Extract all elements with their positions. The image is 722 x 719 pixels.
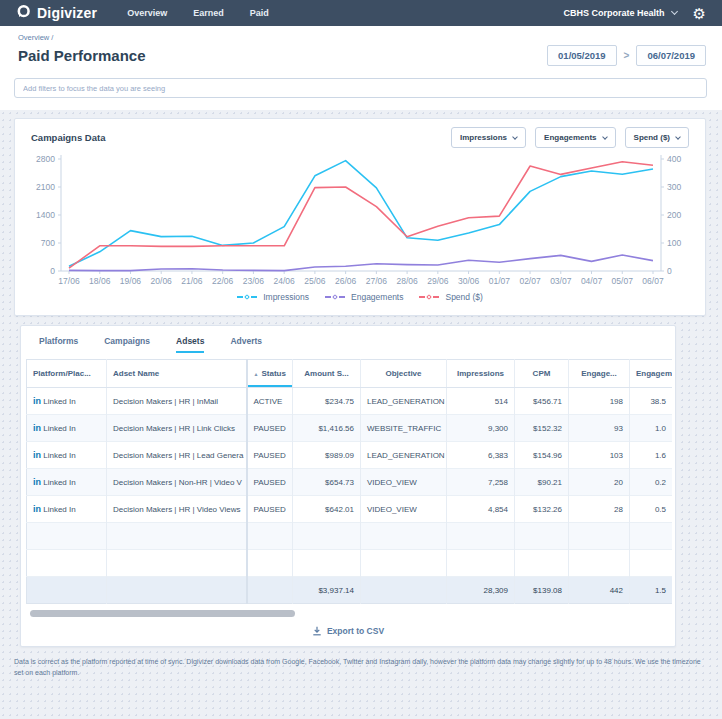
export-to-csv-button[interactable]: Export to CSV bbox=[21, 626, 675, 636]
column-header-status[interactable]: ▲Status bbox=[247, 360, 293, 388]
settings-gear-icon[interactable]: ⚙ bbox=[693, 6, 706, 21]
column-label: Impressions bbox=[457, 369, 504, 378]
legend-label: Spend ($) bbox=[445, 292, 482, 302]
total-amount: $3,937.14 bbox=[293, 577, 361, 604]
navbar-right: CBHS Corporate Health ⚙ bbox=[564, 6, 706, 21]
nav-link-paid[interactable]: Paid bbox=[250, 8, 269, 18]
svg-text:28/06: 28/06 bbox=[396, 276, 418, 286]
table-tabs: PlatformsCampaignsAdsetsAdverts bbox=[21, 326, 675, 353]
linkedin-icon: in bbox=[33, 423, 41, 433]
legend-item-engagements[interactable]: Engagements bbox=[325, 292, 403, 302]
empty-cell bbox=[569, 523, 630, 550]
platform-name: Linked In bbox=[41, 451, 76, 460]
svg-text:700: 700 bbox=[41, 238, 55, 248]
column-header-adset[interactable]: Adset Name bbox=[107, 360, 247, 388]
totals-row: $3,937.1428,309$139.084421.5 bbox=[27, 577, 673, 604]
horizontal-scrollbar-thumb[interactable] bbox=[30, 610, 295, 617]
breadcrumb[interactable]: Overview / bbox=[18, 33, 53, 42]
legend-line bbox=[251, 296, 257, 298]
column-header-impressions[interactable]: Impressions bbox=[447, 360, 515, 388]
svg-text:26/06: 26/06 bbox=[335, 276, 357, 286]
cell-amount: $1,416.56 bbox=[293, 415, 361, 442]
table-row: in Linked InDecision Makers | HR | Link … bbox=[27, 415, 673, 442]
empty-cell bbox=[107, 523, 247, 550]
empty-row bbox=[27, 550, 673, 577]
legend-label: Engagements bbox=[351, 292, 403, 302]
column-header-amount[interactable]: Amount S... bbox=[293, 360, 361, 388]
column-header-engage[interactable]: Engage... bbox=[569, 360, 630, 388]
svg-text:0: 0 bbox=[667, 266, 672, 276]
date-to-input[interactable]: 06/07/2019 bbox=[636, 45, 706, 66]
export-label: Export to CSV bbox=[327, 626, 384, 636]
svg-text:06/07: 06/07 bbox=[642, 276, 664, 286]
cell-impressions: 7,258 bbox=[447, 469, 515, 496]
linkedin-icon: in bbox=[33, 477, 41, 487]
page-title: Paid Performance bbox=[18, 47, 146, 64]
cell-impressions: 514 bbox=[447, 388, 515, 415]
svg-text:0: 0 bbox=[50, 266, 55, 276]
nav-link-earned[interactable]: Earned bbox=[193, 8, 224, 18]
account-menu[interactable]: CBHS Corporate Health bbox=[564, 8, 677, 18]
legend-item-spend[interactable]: Spend ($) bbox=[419, 292, 482, 302]
brand-home-link[interactable]: Digivizer bbox=[16, 4, 97, 23]
cell-engage: 28 bbox=[569, 496, 630, 523]
metric-dropdown-impressions[interactable]: Impressions bbox=[451, 127, 526, 148]
cell-engagem: 0.5 bbox=[630, 496, 673, 523]
column-header-engagem[interactable]: Engagem bbox=[630, 360, 673, 388]
cell-engage: 93 bbox=[569, 415, 630, 442]
cell-adset: Decision Makers | HR | InMail bbox=[107, 388, 247, 415]
empty-cell bbox=[107, 550, 247, 577]
svg-text:20/06: 20/06 bbox=[151, 276, 173, 286]
cell-platform: in Linked In bbox=[27, 415, 107, 442]
cell-amount: $234.75 bbox=[293, 388, 361, 415]
platform-name: Linked In bbox=[41, 397, 76, 406]
platform-name: Linked In bbox=[41, 505, 76, 514]
column-label: Objective bbox=[385, 369, 421, 378]
account-name: CBHS Corporate Health bbox=[564, 8, 665, 18]
cell-engage: 198 bbox=[569, 388, 630, 415]
table-row: in Linked InDecision Makers | HR | InMai… bbox=[27, 388, 673, 415]
nav-link-overview[interactable]: Overview bbox=[127, 8, 167, 18]
column-label: Amount S... bbox=[304, 369, 348, 378]
app-root: Digivizer OverviewEarnedPaid CBHS Corpor… bbox=[0, 0, 722, 719]
legend-item-impressions[interactable]: Impressions bbox=[237, 292, 309, 302]
legend-line bbox=[339, 296, 345, 298]
cell-engagem: 0.2 bbox=[630, 469, 673, 496]
table-header-row: Platform/Plac...Adset Name▲StatusAmount … bbox=[27, 360, 673, 388]
cell-cpm: $154.96 bbox=[515, 442, 569, 469]
cell-status: PAUSED bbox=[247, 469, 293, 496]
tab-adsets[interactable]: Adsets bbox=[176, 336, 204, 353]
tab-platforms[interactable]: Platforms bbox=[39, 336, 78, 353]
linkedin-icon: in bbox=[33, 396, 41, 406]
svg-text:100: 100 bbox=[667, 238, 681, 248]
total-cpm: $139.08 bbox=[515, 577, 569, 604]
svg-text:22/06: 22/06 bbox=[212, 276, 234, 286]
metric-dropdown-engagements[interactable]: Engagements bbox=[535, 127, 615, 148]
column-header-platform[interactable]: Platform/Plac... bbox=[27, 360, 107, 388]
cell-status: PAUSED bbox=[247, 415, 293, 442]
chevron-down-icon bbox=[671, 8, 678, 15]
svg-text:30/06: 30/06 bbox=[458, 276, 480, 286]
chart-legend: ImpressionsEngagementsSpend ($) bbox=[15, 289, 705, 305]
cell-objective: VIDEO_VIEW bbox=[361, 469, 447, 496]
tab-adverts[interactable]: Adverts bbox=[230, 336, 262, 353]
column-header-objective[interactable]: Objective bbox=[361, 360, 447, 388]
horizontal-scrollbar-track[interactable] bbox=[26, 610, 672, 617]
platform-name: Linked In bbox=[41, 478, 76, 487]
dropdown-label: Impressions bbox=[460, 133, 507, 142]
svg-text:29/06: 29/06 bbox=[427, 276, 449, 286]
cell-objective: LEAD_GENERATION bbox=[361, 388, 447, 415]
column-label: Engage... bbox=[581, 369, 617, 378]
filter-input[interactable] bbox=[14, 78, 707, 98]
cell-impressions: 6,383 bbox=[447, 442, 515, 469]
svg-text:23/06: 23/06 bbox=[243, 276, 265, 286]
svg-text:19/06: 19/06 bbox=[120, 276, 142, 286]
cell-platform: in Linked In bbox=[27, 496, 107, 523]
column-header-cpm[interactable]: CPM bbox=[515, 360, 569, 388]
svg-text:2800: 2800 bbox=[36, 154, 55, 164]
tab-campaigns[interactable]: Campaigns bbox=[104, 336, 150, 353]
empty-cell bbox=[515, 523, 569, 550]
cell-platform: in Linked In bbox=[27, 469, 107, 496]
date-from-input[interactable]: 01/05/2019 bbox=[547, 45, 617, 66]
metric-dropdown-spend[interactable]: Spend ($) bbox=[625, 127, 689, 148]
